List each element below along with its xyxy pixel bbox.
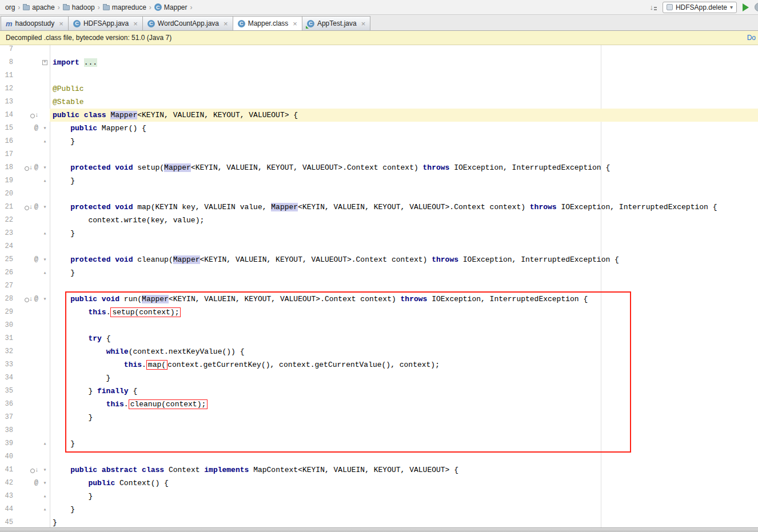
fold-marker[interactable]: [40, 345, 50, 358]
fold-marker[interactable]: [40, 306, 50, 319]
line-number[interactable]: 30: [0, 319, 15, 332]
code-line[interactable]: 8+import ...: [0, 56, 758, 69]
override-marker-icon[interactable]: [30, 466, 38, 474]
code-text[interactable]: public class Mapper<KEYIN, VALUEIN, KEYO…: [50, 109, 758, 122]
code-text[interactable]: }: [50, 490, 758, 503]
fold-marker[interactable]: [40, 358, 50, 371]
close-icon[interactable]: ×: [293, 20, 297, 27]
code-line[interactable]: 21@▾ protected void map(KEYIN key, VALUE…: [0, 201, 758, 214]
line-number[interactable]: 17: [0, 148, 15, 161]
code-line[interactable]: 28@▾ public void run(Mapper<KEYIN, VALUE…: [0, 293, 758, 306]
code-text[interactable]: this.cleanup(context);: [50, 398, 758, 411]
fold-marker[interactable]: ▾: [40, 161, 50, 174]
code-line[interactable]: 42@▾ public Context() {: [0, 477, 758, 490]
fold-marker[interactable]: [40, 411, 50, 424]
code-text[interactable]: while(context.nextKeyValue()) {: [50, 345, 758, 358]
line-number[interactable]: 11: [0, 69, 15, 82]
external-annotation-icon[interactable]: @: [34, 125, 38, 132]
code-text[interactable]: @Stable: [50, 95, 758, 109]
fold-marker[interactable]: ▴: [40, 227, 50, 240]
code-line[interactable]: 39▴ }: [0, 437, 758, 450]
code-line[interactable]: 17: [0, 148, 758, 161]
fold-marker[interactable]: [40, 424, 50, 437]
horizontal-scrollbar[interactable]: [0, 527, 758, 532]
code-line[interactable]: 32 while(context.nextKeyValue()) {: [0, 345, 758, 358]
code-line[interactable]: 25@▾ protected void cleanup(Mapper<KEYIN…: [0, 253, 758, 266]
fold-marker[interactable]: [40, 214, 50, 227]
code-line[interactable]: 37 }: [0, 411, 758, 424]
code-text[interactable]: [50, 279, 758, 293]
code-text[interactable]: @Public: [50, 82, 758, 95]
code-line[interactable]: 34 }: [0, 371, 758, 385]
down-arrow-lines-icon[interactable]: ↓: [649, 3, 657, 11]
fold-marker[interactable]: [40, 398, 50, 411]
line-number[interactable]: 35: [0, 385, 15, 398]
code-text[interactable]: public abstract class Context implements…: [50, 463, 758, 477]
code-text[interactable]: }: [50, 266, 758, 279]
line-number[interactable]: 19: [0, 174, 15, 187]
fold-marker[interactable]: [40, 319, 50, 332]
code-text[interactable]: [50, 45, 758, 56]
fold-marker[interactable]: ▾: [40, 477, 50, 490]
line-number[interactable]: 37: [0, 411, 15, 424]
close-icon[interactable]: ×: [133, 20, 138, 27]
code-line[interactable]: 43▴ }: [0, 490, 758, 503]
tab-mapper-class[interactable]: CMapper.class×: [233, 16, 302, 30]
code-text[interactable]: protected void setup(Mapper<KEYIN, VALUE…: [50, 161, 758, 174]
fold-plus-icon[interactable]: +: [42, 60, 47, 65]
fold-marker[interactable]: ▾: [40, 293, 50, 306]
code-text[interactable]: [50, 69, 758, 82]
code-text[interactable]: }: [50, 174, 758, 187]
line-number[interactable]: 20: [0, 187, 15, 201]
code-text[interactable]: [50, 424, 758, 437]
line-number[interactable]: 36: [0, 398, 15, 411]
fold-marker[interactable]: ▾: [40, 201, 50, 214]
code-text[interactable]: }: [50, 437, 758, 450]
code-line[interactable]: 23▴ }: [0, 227, 758, 240]
close-icon[interactable]: ×: [361, 20, 366, 27]
line-number[interactable]: 29: [0, 306, 15, 319]
code-text[interactable]: [50, 450, 758, 463]
line-number[interactable]: 31: [0, 332, 15, 345]
external-annotation-icon[interactable]: @: [34, 295, 38, 303]
close-icon[interactable]: ×: [59, 20, 63, 27]
fold-marker[interactable]: ▴: [40, 437, 50, 450]
override-marker-icon[interactable]: [25, 295, 33, 303]
external-annotation-icon[interactable]: @: [34, 203, 38, 211]
code-line[interactable]: 20: [0, 187, 758, 201]
line-number[interactable]: 43: [0, 490, 15, 503]
code-line[interactable]: 40: [0, 450, 758, 463]
line-number[interactable]: 21: [0, 201, 15, 214]
fold-marker[interactable]: ▴: [40, 135, 50, 148]
line-number[interactable]: 28: [0, 293, 15, 306]
line-number[interactable]: 34: [0, 371, 15, 385]
tab-apptest-java[interactable]: CAppTest.java×: [302, 16, 370, 30]
fold-marker[interactable]: [40, 385, 50, 398]
code-text[interactable]: [50, 240, 758, 253]
run-configuration-select[interactable]: HDFSApp.delete ▾: [663, 2, 737, 13]
fold-marker[interactable]: [40, 109, 50, 122]
line-number[interactable]: 25: [0, 253, 15, 266]
code-line[interactable]: 44▴ }: [0, 503, 758, 516]
code-text[interactable]: try {: [50, 332, 758, 345]
code-text[interactable]: public Mapper() {: [50, 122, 758, 135]
line-number[interactable]: 27: [0, 279, 15, 293]
fold-marker[interactable]: [40, 148, 50, 161]
code-line[interactable]: 18@▾ protected void setup(Mapper<KEYIN, …: [0, 161, 758, 174]
tab-hadoopstudy[interactable]: mhadoopstudy×: [1, 16, 69, 30]
line-number[interactable]: 16: [0, 135, 15, 148]
code-line[interactable]: 7: [0, 45, 758, 56]
breadcrumb-item-org[interactable]: org: [5, 3, 15, 12]
code-line[interactable]: 41▾ public abstract class Context implem…: [0, 463, 758, 477]
breadcrumb-item-apache[interactable]: apache: [22, 3, 55, 12]
fold-marker[interactable]: [40, 82, 50, 95]
code-line[interactable]: 26▴ }: [0, 266, 758, 279]
code-line[interactable]: 31 try {: [0, 332, 758, 345]
debug-icon[interactable]: [755, 3, 758, 11]
fold-marker[interactable]: [40, 450, 50, 463]
line-number[interactable]: 12: [0, 82, 15, 95]
code-line[interactable]: 22 context.write(key, value);: [0, 214, 758, 227]
fold-marker[interactable]: ▴: [40, 174, 50, 187]
line-number[interactable]: 33: [0, 358, 15, 371]
code-line[interactable]: 15@▾ public Mapper() {: [0, 122, 758, 135]
